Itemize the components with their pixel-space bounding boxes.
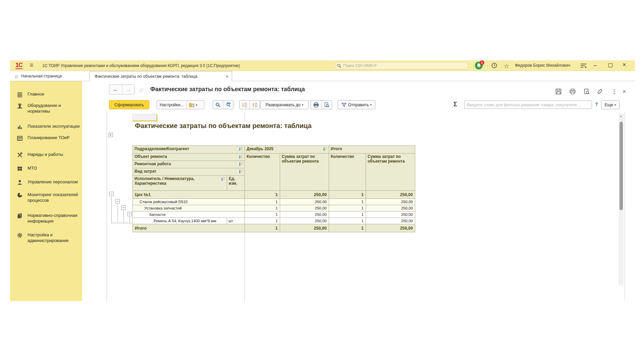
help-icon[interactable]: ? bbox=[595, 102, 598, 107]
expand-all-plus-icon[interactable]: + bbox=[108, 133, 113, 137]
row-name-cell[interactable]: Ремень А 54, Каучук,1400 мм*8 мм bbox=[133, 218, 227, 224]
collapse-group-minus-icon[interactable]: − bbox=[109, 192, 114, 196]
row-value-cell[interactable]: 1 bbox=[329, 199, 366, 205]
row-value-cell[interactable]: 250,00 bbox=[366, 191, 415, 199]
maximize-icon[interactable] bbox=[608, 63, 612, 67]
print-preview-icon[interactable] bbox=[582, 87, 591, 96]
row-value-cell[interactable]: 1 bbox=[245, 199, 280, 205]
tab-home-page[interactable]: ⌂ Начальная страница bbox=[10, 71, 90, 81]
sort-icon[interactable] bbox=[221, 177, 225, 181]
row-value-cell[interactable]: 1 bbox=[245, 218, 280, 224]
row-value-cell[interactable]: 1 bbox=[329, 218, 366, 224]
row-value-cell[interactable]: 250,00 bbox=[280, 224, 329, 232]
header-qty-dec[interactable]: Количество bbox=[245, 154, 280, 191]
sort-icon[interactable] bbox=[238, 169, 243, 174]
collapse-groups-button[interactable] bbox=[239, 101, 250, 109]
global-search-box[interactable] bbox=[335, 62, 468, 69]
row-value-cell[interactable]: 1 bbox=[245, 191, 280, 199]
header-period-column[interactable]: Декабрь 2025 bbox=[245, 146, 329, 154]
scrollbar-thumb[interactable] bbox=[620, 122, 623, 210]
tab-close-icon[interactable]: × bbox=[226, 74, 228, 79]
more-actions-kebab-icon[interactable]: ⋮ bbox=[610, 87, 619, 96]
header-repair-work[interactable]: Ремонтная работа bbox=[133, 161, 245, 168]
selected-cell[interactable] bbox=[132, 114, 157, 121]
current-user-name[interactable]: Федоров Борис Михайлович bbox=[515, 63, 570, 68]
favorites-star-icon[interactable]: ☆ bbox=[504, 62, 509, 70]
row-value-cell[interactable]: 1 bbox=[329, 212, 366, 218]
row-value-cell[interactable]: 1 bbox=[329, 191, 366, 199]
header-cost-type[interactable]: Вид затрат bbox=[133, 168, 245, 176]
row-value-cell[interactable]: 250,00 bbox=[280, 218, 329, 224]
row-value-cell[interactable]: 250,00 bbox=[280, 191, 329, 199]
settings-button[interactable]: Настройки... bbox=[157, 101, 186, 109]
sidebar-item-personal[interactable]: Управление персоналом bbox=[10, 179, 82, 185]
forward-icon[interactable]: → bbox=[122, 85, 135, 94]
row-name-cell[interactable]: Установка запчастей bbox=[133, 205, 245, 212]
header-repair-object[interactable]: Объект ремонта bbox=[133, 154, 245, 161]
repeat-search-button[interactable] bbox=[223, 101, 234, 109]
autosum-icon[interactable]: Σ bbox=[453, 101, 457, 108]
row-value-cell[interactable]: 1 bbox=[329, 224, 366, 232]
header-sum-dec[interactable]: Сумма затрат по объектам ремонта bbox=[280, 154, 329, 191]
report-variants-button[interactable]: ▾ bbox=[186, 101, 200, 109]
row-value-cell[interactable]: 250,00 bbox=[366, 199, 415, 205]
tab-report-active[interactable]: Фактические затраты по объектам ремонта:… bbox=[90, 71, 232, 81]
sidebar-item-pokazateli[interactable]: Показатели эксплуатации bbox=[10, 123, 82, 130]
send-dropdown[interactable]: Отправить ▾ bbox=[338, 100, 375, 109]
header-unit[interactable]: Ед. изм. bbox=[227, 176, 245, 191]
sidebar-item-nsi[interactable]: Нормативно-справочная информация bbox=[10, 213, 82, 224]
print-icon[interactable] bbox=[568, 87, 577, 96]
row-value-cell[interactable]: 1 bbox=[329, 205, 366, 212]
collapse-group-minus-icon[interactable]: − bbox=[127, 212, 132, 216]
row-name-cell[interactable]: Станок рейсмусовый D510 bbox=[133, 199, 245, 205]
sidebar-item-mto[interactable]: МТО bbox=[10, 165, 82, 172]
back-icon[interactable]: ← bbox=[109, 85, 122, 94]
expand-to-dropdown[interactable]: Разворачивать до ▾ bbox=[260, 100, 309, 109]
sort-icon[interactable] bbox=[238, 147, 243, 151]
close-report-icon[interactable]: × bbox=[620, 87, 629, 96]
row-value-cell[interactable]: 250,00 bbox=[366, 224, 415, 232]
row-value-cell[interactable]: 1 bbox=[245, 205, 280, 212]
history-icon[interactable] bbox=[491, 62, 497, 70]
sidebar-item-glavnoe[interactable]: Главное bbox=[10, 91, 82, 98]
more-button[interactable]: Еще ▾ bbox=[601, 100, 620, 109]
expand-groups-button[interactable] bbox=[250, 101, 260, 109]
scroll-up-icon[interactable]: ▲ bbox=[620, 115, 622, 118]
generate-report-button[interactable]: Сформировать bbox=[109, 100, 149, 109]
header-total-column[interactable]: Итого bbox=[329, 146, 415, 154]
header-executor-nomenclature[interactable]: Исполнитель / Номенклатура, Характеристи… bbox=[133, 176, 227, 191]
sidebar-item-planirovanie[interactable]: Планирование ТОиР bbox=[10, 135, 82, 141]
row-value-cell[interactable]: 250,00 bbox=[280, 199, 329, 205]
sort-icon[interactable] bbox=[238, 155, 243, 159]
sidebar-item-nastroyka[interactable]: Настройка и администрирование bbox=[10, 232, 82, 243]
row-value-cell[interactable]: 1 bbox=[245, 212, 280, 218]
sort-icon[interactable] bbox=[238, 162, 243, 166]
get-link-icon[interactable] bbox=[596, 87, 604, 96]
sidebar-item-monitoring[interactable]: Мониторинг показателей процессов bbox=[10, 192, 82, 203]
row-value-cell[interactable]: 250,00 bbox=[366, 218, 415, 224]
preview-button[interactable] bbox=[321, 101, 332, 109]
row-unit-cell[interactable]: шт bbox=[227, 218, 245, 224]
row-name-cell[interactable]: Запчасти bbox=[133, 212, 245, 218]
print-button[interactable] bbox=[311, 101, 321, 109]
save-icon[interactable] bbox=[554, 87, 563, 96]
header-qty-total[interactable]: Количество bbox=[329, 154, 366, 191]
sidebar-item-naryady[interactable]: Наряды и работы bbox=[10, 152, 82, 158]
main-menu-icon[interactable]: ≡ bbox=[30, 61, 34, 69]
row-value-cell[interactable]: 250,00 bbox=[280, 212, 329, 218]
row-value-cell[interactable]: 1 bbox=[245, 224, 280, 232]
header-group-column[interactable]: Подразделение/Контрагент bbox=[133, 146, 245, 154]
row-name-cell[interactable]: Итого bbox=[133, 224, 245, 232]
collapse-group-minus-icon[interactable]: − bbox=[115, 199, 120, 203]
collapse-group-minus-icon[interactable]: − bbox=[121, 205, 126, 210]
row-value-cell[interactable]: 250,00 bbox=[280, 205, 329, 212]
find-button[interactable] bbox=[213, 101, 223, 109]
global-search-input[interactable] bbox=[343, 63, 466, 68]
add-to-favorites-star-icon[interactable]: ☆ bbox=[138, 86, 144, 94]
filter-input[interactable] bbox=[464, 101, 592, 109]
header-sum-total[interactable]: Сумма затрат по объектам ремонта bbox=[366, 154, 415, 191]
row-name-cell[interactable]: Цех №1 bbox=[133, 191, 245, 199]
row-value-cell[interactable]: 250,00 bbox=[366, 205, 415, 212]
row-value-cell[interactable]: 250,00 bbox=[366, 212, 415, 218]
minimize-icon[interactable]: – bbox=[594, 62, 597, 68]
